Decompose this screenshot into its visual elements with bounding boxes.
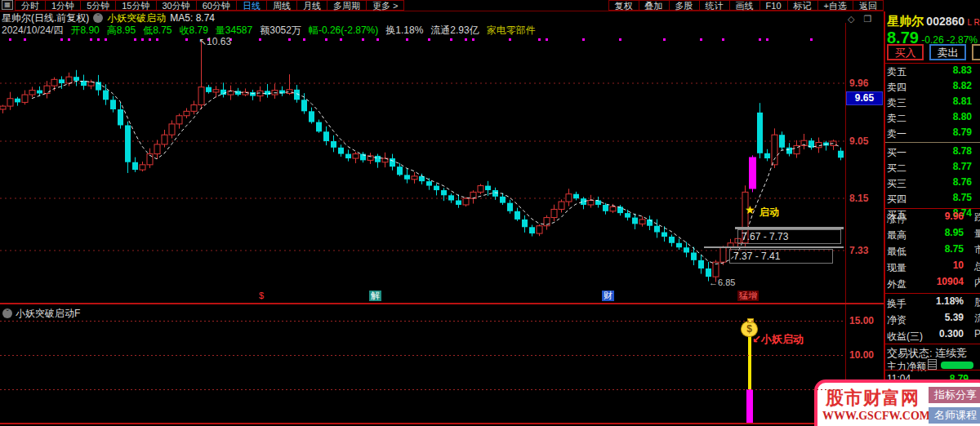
quote-field: 收8.79 <box>179 24 207 38</box>
stat-value: 8.75 <box>945 243 964 255</box>
order-level-label: 卖五 <box>887 66 906 78</box>
sub-gridline <box>0 389 845 390</box>
candlestick-chart[interactable] <box>0 36 845 303</box>
stat-row-现量: 现量 <box>887 260 980 276</box>
menu-item-复权[interactable]: 复权 <box>608 0 639 11</box>
axis-divider <box>845 23 846 423</box>
divider <box>885 344 980 344</box>
menu-item-15分钟[interactable]: 15分钟 <box>115 0 156 11</box>
menu-item-1分钟[interactable]: 1分钟 <box>45 0 81 11</box>
gap-zone-label-2: 7.37 - 7.41 <box>729 249 833 264</box>
quote-strip: 2024/10/24/四开8.90高8.95低8.75收8.79量34587额3… <box>2 24 536 36</box>
sell-button[interactable]: 卖出 <box>929 44 966 60</box>
main-sub-separator[interactable] <box>0 303 884 304</box>
divider <box>885 293 980 294</box>
menubar: ▦ 分时1分钟5分钟15分钟30分钟60分钟日线周线月线多周期更多 > 复权叠加… <box>0 0 884 11</box>
stat-extra-clipped: 内 <box>974 276 980 290</box>
order-level-label: 买四 <box>887 193 906 205</box>
order-level-price: 8.78 <box>953 145 972 157</box>
signal-line <box>748 335 751 390</box>
stat-row-收益(三): 收益(三) <box>887 328 980 344</box>
order-level-price: 8.79 <box>953 126 972 138</box>
extra-button-clipped[interactable] <box>972 44 980 60</box>
menu-item-画线[interactable]: 画线 <box>729 0 760 11</box>
star-icon: ★ <box>745 203 755 216</box>
stat-extra-clipped: 市 <box>974 243 980 257</box>
menu-item-分时[interactable]: 分时 <box>15 0 46 11</box>
quote-field: 2024/10/24/四 <box>2 24 63 38</box>
order-level-label: 卖三 <box>887 97 906 109</box>
menu-item-更多 >[interactable]: 更多 > <box>366 0 404 11</box>
quote-field: 额3052万 <box>260 24 301 38</box>
sub-gridline <box>0 355 845 356</box>
stat-row-涨停: 涨停 <box>887 211 980 227</box>
ma5-value: MA5: 8.74 <box>170 12 215 24</box>
menu-item-60分钟[interactable]: 60分钟 <box>196 0 237 11</box>
stat-value: 1.18% <box>936 295 964 307</box>
stat-row-最高: 最高 <box>887 227 980 243</box>
stat-value: 5.39 <box>945 312 964 323</box>
event-marker-解: 解 <box>369 291 381 301</box>
bottom-border <box>0 423 884 424</box>
order-level-label: 买三 <box>887 178 906 189</box>
menu-item-返回[interactable]: 返回 <box>853 0 884 11</box>
quote-field: 量34587 <box>216 24 252 38</box>
quote-field: 幅-0.26(-2.87%) <box>309 24 378 38</box>
menu-item-周线[interactable]: 周线 <box>266 0 297 11</box>
order-level-price: 8.81 <box>953 95 972 107</box>
list-icon[interactable] <box>928 359 937 370</box>
sub-indicator-name[interactable]: 小妖突破启动F <box>16 307 80 321</box>
menu-item-统计[interactable]: 统计 <box>699 0 730 11</box>
high-price-annotation: ↖10.63 <box>198 36 231 47</box>
stat-label: 收益(三) <box>887 331 923 342</box>
star-label: 启动 <box>760 206 779 220</box>
buy-button[interactable]: 买入 <box>887 44 924 60</box>
menu-item-5分钟[interactable]: 5分钟 <box>80 0 116 11</box>
chevron-down-icon[interactable]: ˇ <box>2 308 12 318</box>
order-level-price: 8.82 <box>953 80 972 91</box>
stat-label: 净资 <box>887 314 906 326</box>
stat-row-外盘: 外盘 <box>887 276 980 292</box>
order-level-label: 买二 <box>887 162 906 174</box>
stock-code: 002860 <box>926 15 964 28</box>
quote-field: 开8.90 <box>70 24 99 38</box>
chart-corner-icons[interactable]: ◇ ❐ <box>848 14 875 24</box>
signal-annotation: ↙小妖启动 <box>752 332 804 347</box>
order-level-price: 8.77 <box>953 161 972 172</box>
menu-item-30分钟[interactable]: 30分钟 <box>156 0 197 11</box>
stock-name[interactable]: 星帅尔 <box>887 14 924 28</box>
menu-item-多周期[interactable]: 多周期 <box>327 0 367 11</box>
watermark-badge-indicator-share: 指标分享 <box>929 387 980 403</box>
menu-item-+自选[interactable]: +自选 <box>817 0 853 11</box>
order-level-label: 卖二 <box>887 113 906 124</box>
gap-zone-line-2 <box>704 246 844 248</box>
order-level-price: 8.80 <box>953 111 972 122</box>
order-level-label: 卖一 <box>887 128 906 140</box>
menu-item-F10[interactable]: F10 <box>760 0 788 11</box>
chevron-down-icon[interactable]: ˇ <box>93 13 103 23</box>
stat-value: 0.300 <box>939 328 964 339</box>
divider <box>885 208 980 209</box>
divider <box>885 63 980 64</box>
stat-label: 涨停 <box>887 213 906 224</box>
stat-extra-clipped: 跌 <box>974 211 980 224</box>
sub-axis-label-10.00: 10.00 <box>849 349 874 361</box>
window-icon[interactable]: ▦ <box>2 0 13 10</box>
axis-label-7.33: 7.33 <box>849 245 868 256</box>
menu-item-标记[interactable]: 标记 <box>787 0 818 11</box>
menu-item-日线[interactable]: 日线 <box>236 0 267 11</box>
bid-ask-separator <box>885 142 980 143</box>
menu-item-叠加[interactable]: 叠加 <box>639 0 670 11</box>
menu-item-多股[interactable]: 多股 <box>669 0 700 11</box>
quote-field: 家电零部件 <box>487 24 536 38</box>
stat-extra-clipped: 流 <box>974 312 980 326</box>
menu-item-月线[interactable]: 月线 <box>296 0 327 11</box>
sub-indicator-header: ˇ 小妖突破启动F <box>2 308 80 319</box>
flow-gauge <box>941 362 973 369</box>
stat-label: 换手 <box>887 298 906 309</box>
quote-field: 高8.95 <box>107 24 136 38</box>
tool-menu: 复权叠加多股统计画线F10标记+自选返回 <box>609 0 884 11</box>
price-highlight-label: 9.65 <box>846 91 883 105</box>
gap-zone-label-1: 7.67 - 7.73 <box>737 229 841 244</box>
quote-field: 换1.18% <box>385 24 423 38</box>
